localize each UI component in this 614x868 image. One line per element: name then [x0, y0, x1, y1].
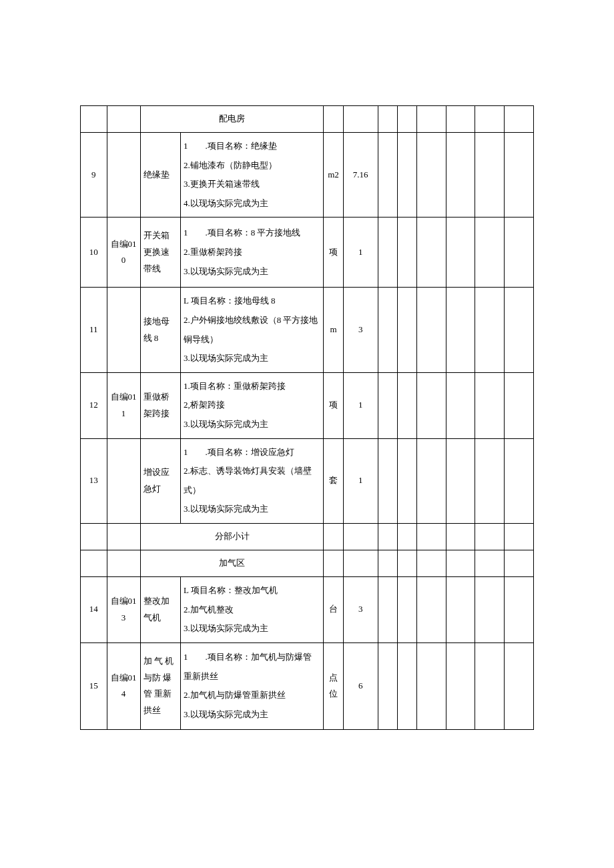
cell-blank [343, 550, 378, 576]
cell-index: 10 [81, 218, 107, 288]
cell-blank [397, 133, 416, 218]
cell-qty: 1 [343, 218, 378, 288]
cell-desc: L 项目名称：整改加气机2.加气机整改3.以现场实际完成为主 [180, 576, 324, 642]
cell-name: 开关箱更换速带线 [140, 218, 180, 288]
cell-unit: 项 [324, 218, 343, 288]
cell-blank [475, 288, 505, 372]
cell-code [107, 438, 140, 523]
cell-blank [416, 550, 446, 576]
cell-blank [378, 106, 397, 133]
cell-blank [475, 106, 505, 133]
section-row: 加气区 [81, 550, 534, 576]
cell-index: 9 [81, 133, 107, 218]
section-row: 配电房 [81, 106, 534, 133]
cell-blank [107, 523, 140, 550]
cell-blank [475, 438, 505, 523]
cell-blank [416, 288, 446, 372]
cell-blank [475, 550, 505, 576]
cell-blank [324, 550, 343, 576]
cell-blank [378, 133, 397, 218]
cell-blank [475, 133, 505, 218]
cell-blank [446, 576, 475, 642]
cell-code: 自编011 [107, 372, 140, 438]
cell-blank [416, 372, 446, 438]
cell-blank [505, 523, 534, 550]
cell-unit: m [324, 288, 343, 372]
cell-blank [397, 218, 416, 288]
cell-blank [378, 218, 397, 288]
cell-blank [397, 288, 416, 372]
cell-blank [505, 438, 534, 523]
cell-blank [378, 576, 397, 642]
cell-blank [324, 523, 343, 550]
spec-table: 配电房 9 绝缘垫 1 .项目名称：绝缘垫2.铺地漆布（防静电型）3.更换开关箱… [80, 105, 534, 730]
cell-blank [107, 106, 140, 133]
cell-blank [378, 642, 397, 729]
cell-qty: 3 [343, 288, 378, 372]
cell-blank [446, 438, 475, 523]
cell-blank [446, 106, 475, 133]
cell-blank [378, 523, 397, 550]
section-title: 分部小计 [140, 523, 324, 550]
cell-blank [505, 372, 534, 438]
cell-blank [416, 642, 446, 729]
table-row: 15 自编014 加 气 机 与防 爆 管 重新拱丝 1 .项目名称：加气机与防… [81, 642, 534, 729]
table-row: 12 自编011 重做桥架跨接 1.项目名称：重做桥架跨接2,桥架跨接3.以现场… [81, 372, 534, 438]
cell-blank [416, 523, 446, 550]
cell-blank [397, 523, 416, 550]
cell-blank [475, 372, 505, 438]
cell-index: 14 [81, 576, 107, 642]
cell-desc: 1 .项目名称：8 平方接地线2.重做桥架跨接3.以现场实际完成为主 [180, 218, 324, 288]
section-title: 配电房 [140, 106, 324, 133]
cell-index: 13 [81, 438, 107, 523]
cell-index: 15 [81, 642, 107, 729]
cell-blank [81, 523, 107, 550]
cell-desc: 1 .项目名称：绝缘垫2.铺地漆布（防静电型）3.更换开关箱速带线4.以现场实际… [180, 133, 324, 218]
cell-blank [324, 106, 343, 133]
cell-unit: m2 [324, 133, 343, 218]
cell-blank [446, 372, 475, 438]
cell-blank [475, 642, 505, 729]
cell-desc: L 项目名称：接地母线 82.户外铜接地绞线敷设（8 平方接地铜导线）3.以现场… [180, 288, 324, 372]
cell-blank [446, 550, 475, 576]
cell-blank [107, 550, 140, 576]
cell-blank [416, 218, 446, 288]
cell-blank [505, 550, 534, 576]
cell-name: 接地母线 8 [140, 288, 180, 372]
cell-blank [378, 438, 397, 523]
cell-blank [446, 218, 475, 288]
cell-blank [416, 438, 446, 523]
cell-name: 增设应急灯 [140, 438, 180, 523]
cell-blank [475, 218, 505, 288]
section-row: 分部小计 [81, 523, 534, 550]
cell-unit: 套 [324, 438, 343, 523]
table-row: 11 接地母线 8 L 项目名称：接地母线 82.户外铜接地绞线敷设（8 平方接… [81, 288, 534, 372]
cell-blank [397, 642, 416, 729]
table-row: 14 自编013 整改加气机 L 项目名称：整改加气机2.加气机整改3.以现场实… [81, 576, 534, 642]
cell-qty: 1 [343, 372, 378, 438]
table-row: 9 绝缘垫 1 .项目名称：绝缘垫2.铺地漆布（防静电型）3.更换开关箱速带线4… [81, 133, 534, 218]
cell-qty: 3 [343, 576, 378, 642]
cell-name: 加 气 机 与防 爆 管 重新拱丝 [140, 642, 180, 729]
cell-blank [446, 133, 475, 218]
cell-desc: 1 .项目名称：加气机与防爆管重新拱丝2.加气机与防爆管重新拱丝3.以现场实际完… [180, 642, 324, 729]
cell-blank [505, 288, 534, 372]
cell-qty: 7.16 [343, 133, 378, 218]
cell-qty: 1 [343, 438, 378, 523]
cell-blank [505, 642, 534, 729]
cell-blank [81, 106, 107, 133]
cell-code: 自编014 [107, 642, 140, 729]
cell-blank [397, 106, 416, 133]
table-row: 10 自编010 开关箱更换速带线 1 .项目名称：8 平方接地线2.重做桥架跨… [81, 218, 534, 288]
cell-unit: 台 [324, 576, 343, 642]
cell-blank [378, 372, 397, 438]
cell-blank [81, 550, 107, 576]
cell-blank [416, 106, 446, 133]
cell-blank [343, 106, 378, 133]
cell-blank [446, 523, 475, 550]
cell-blank [505, 133, 534, 218]
cell-blank [416, 133, 446, 218]
cell-blank [397, 550, 416, 576]
cell-blank [505, 218, 534, 288]
cell-name: 绝缘垫 [140, 133, 180, 218]
